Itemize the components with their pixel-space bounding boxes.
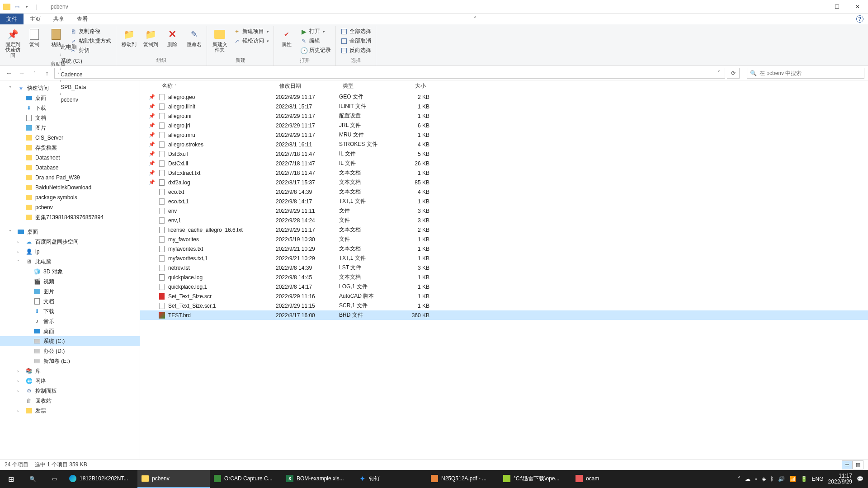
tab-home[interactable]: 主页	[24, 14, 47, 24]
nav-item[interactable]: 新加卷 (E:)	[0, 356, 140, 366]
file-row[interactable]: eco.txt,1 2022/9/8 14:17TXT,1 文件1 KB	[140, 197, 868, 206]
nav-item[interactable]: Datasheet	[0, 153, 140, 163]
breadcrumb-1[interactable]: 系统 (C:)	[60, 57, 87, 65]
qat-properties-icon[interactable]: ▭	[13, 3, 21, 11]
file-row[interactable]: 📌 allegro.ini 2022/9/29 11:17配置设置1 KB	[140, 111, 868, 121]
search-input[interactable]	[760, 70, 861, 76]
nav-item[interactable]: ˅★快速访问	[0, 83, 140, 93]
refresh-button[interactable]: ⟳	[727, 68, 740, 79]
search-box[interactable]: 🔍	[747, 68, 864, 79]
help-icon[interactable]: ?	[856, 15, 863, 23]
nav-item[interactable]: 🗑回收站	[0, 396, 140, 406]
view-details-button[interactable]: ☰	[842, 460, 853, 469]
nav-item[interactable]: BaiduNetdiskDownload	[0, 183, 140, 192]
file-row[interactable]: 📌 DstBxi.il 2022/7/18 11:47IL 文件5 KB	[140, 149, 868, 159]
nav-item[interactable]: 桌面	[0, 93, 140, 103]
tray-volume-icon[interactable]: 🔊	[778, 476, 785, 482]
nav-item[interactable]: pcbenv	[0, 202, 140, 212]
task-view-button[interactable]: ▭	[43, 470, 65, 488]
file-row[interactable]: 📌 DstExtract.txt 2022/7/18 11:47文本文档1 KB	[140, 168, 868, 178]
nav-item[interactable]: ˅桌面	[0, 227, 140, 237]
nav-item[interactable]: 图集7139818493976857894	[0, 212, 140, 222]
invert-selection-button[interactable]: 反向选择	[339, 46, 373, 55]
nav-item[interactable]: 桌面	[0, 326, 140, 336]
file-row[interactable]: myfavorites.txt,1 2022/9/21 10:29TXT,1 文…	[140, 253, 868, 263]
file-row[interactable]: 📌 allegro.strokes 2022/8/1 16:11STROKES …	[140, 140, 868, 149]
taskbar-app[interactable]: 1812B102K202NT...	[65, 470, 137, 488]
nav-item[interactable]: 文档	[0, 113, 140, 123]
view-icons-button[interactable]: ▦	[853, 460, 863, 469]
close-button[interactable]: ✕	[847, 0, 868, 14]
select-none-button[interactable]: 全部取消	[339, 37, 373, 45]
tray-battery-icon[interactable]: 🔋	[801, 476, 807, 482]
tray-app-icon[interactable]: ▫	[755, 476, 757, 482]
qat-dropdown-icon[interactable]: ▾	[23, 3, 31, 11]
tab-view[interactable]: 查看	[71, 14, 94, 24]
nav-item[interactable]: CIS_Server	[0, 133, 140, 143]
nav-item[interactable]: package symbols	[0, 192, 140, 202]
nav-item[interactable]: ⬇下载	[0, 306, 140, 316]
address-dropdown-icon[interactable]: ˅	[715, 70, 723, 76]
nav-item[interactable]: 办公 (D:)	[0, 346, 140, 356]
file-row[interactable]: 📌 allegro.jrl 2022/9/29 11:17JRL 文件6 KB	[140, 121, 868, 130]
recent-dropdown[interactable]: ˅	[29, 68, 40, 79]
edit-button[interactable]: ✎编辑	[298, 37, 333, 45]
nav-item[interactable]: ˅🖥此电脑	[0, 257, 140, 267]
move-to-button[interactable]: 📁移动到	[119, 26, 139, 49]
navigation-pane[interactable]: ˅★快速访问桌面⬇下载文档图片CIS_Server存货档案DatasheetDa…	[0, 80, 140, 459]
file-row[interactable]: 📌 allegro.mru 2022/9/29 11:17MRU 文件1 KB	[140, 130, 868, 140]
file-row[interactable]: env 2022/9/29 11:11文件3 KB	[140, 206, 868, 216]
taskbar-app[interactable]: N25Q512A.pdf - ...	[427, 470, 499, 488]
up-button[interactable]: ↑	[42, 68, 52, 79]
taskbar-app[interactable]: pcbenv	[137, 470, 210, 488]
file-row[interactable]: eco.txt 2022/9/8 14:39文本文档4 KB	[140, 187, 868, 197]
nav-item[interactable]: ›☁百度网盘同步空间	[0, 237, 140, 247]
file-row[interactable]: TEST.brd 2022/8/17 16:00BRD 文件360 KB	[140, 310, 868, 320]
file-row[interactable]: 📌 DstCxi.il 2022/7/18 11:47IL 文件26 KB	[140, 159, 868, 168]
tray-chevron-icon[interactable]: ˄	[738, 476, 741, 482]
tray-bluetooth-icon[interactable]: ᛒ	[770, 476, 774, 482]
column-name[interactable]: 名称˄	[158, 82, 276, 90]
tab-file[interactable]: 文件	[0, 14, 24, 24]
file-row[interactable]: env,1 2022/9/28 14:24文件3 KB	[140, 216, 868, 225]
file-row[interactable]: quickplace.log 2022/9/8 14:45文本文档1 KB	[140, 272, 868, 282]
file-row[interactable]: 📌 allegro.geo 2022/9/29 11:17GEO 文件2 KB	[140, 92, 868, 102]
nav-item[interactable]: 图片	[0, 123, 140, 133]
tray-wifi-icon[interactable]: 📶	[789, 476, 796, 482]
column-date[interactable]: 修改日期	[276, 82, 339, 90]
file-row[interactable]: license_cache_allegro_16.6.txt 2022/9/29…	[140, 225, 868, 235]
new-folder-button[interactable]: 新建文件夹	[210, 26, 230, 54]
column-size[interactable]: 大小	[393, 82, 429, 90]
minimize-button[interactable]: ─	[806, 0, 826, 14]
nav-item[interactable]: 🎬视频	[0, 277, 140, 286]
file-row[interactable]: 📌 dxf2a.log 2022/8/17 15:37文本文档85 KB	[140, 178, 868, 187]
nav-item[interactable]: 🧊3D 对象	[0, 267, 140, 277]
pin-quick-access-button[interactable]: 📌固定到快速访问	[3, 26, 23, 60]
nav-item[interactable]: 图片	[0, 286, 140, 296]
tray-onedrive-icon[interactable]: ☁	[745, 476, 750, 482]
ribbon-collapse-icon[interactable]: ˄	[469, 14, 481, 24]
nav-item[interactable]: 存货档案	[0, 143, 140, 153]
nav-item[interactable]: 系统 (C:)	[0, 336, 140, 346]
nav-item[interactable]: Dra and Pad_W39	[0, 173, 140, 183]
nav-item[interactable]: ›📚库	[0, 366, 140, 376]
select-all-button[interactable]: 全部选择	[339, 27, 373, 36]
copy-to-button[interactable]: 📁复制到	[141, 26, 160, 49]
properties-button[interactable]: ✔属性	[277, 26, 297, 49]
notifications-icon[interactable]: 💬	[857, 476, 863, 482]
nav-item[interactable]: ›⚙控制面板	[0, 386, 140, 396]
taskbar-app[interactable]: ocam	[571, 470, 644, 488]
start-button[interactable]: ⊞	[0, 470, 22, 488]
taskbar-app[interactable]: ✦钉钉	[354, 470, 427, 488]
history-button[interactable]: 🕐历史记录	[298, 46, 333, 55]
tray-app2-icon[interactable]: ◈	[762, 476, 766, 482]
nav-item[interactable]: ⬇下载	[0, 103, 140, 113]
maximize-button[interactable]: ☐	[826, 0, 847, 14]
new-item-button[interactable]: ✦新建项目▾	[231, 27, 271, 36]
file-row[interactable]: quickplace.log,1 2022/9/8 14:17LOG,1 文件1…	[140, 282, 868, 291]
rename-button[interactable]: ✎重命名	[184, 26, 204, 49]
file-row[interactable]: my_favorites 2022/5/19 10:30文件1 KB	[140, 235, 868, 244]
taskbar-app[interactable]: °C:\迅雷下载\ope...	[499, 470, 571, 488]
nav-item[interactable]: 文档	[0, 296, 140, 306]
file-row[interactable]: Set_Text_Size.scr,1 2022/9/29 11:15SCR,1…	[140, 301, 868, 310]
